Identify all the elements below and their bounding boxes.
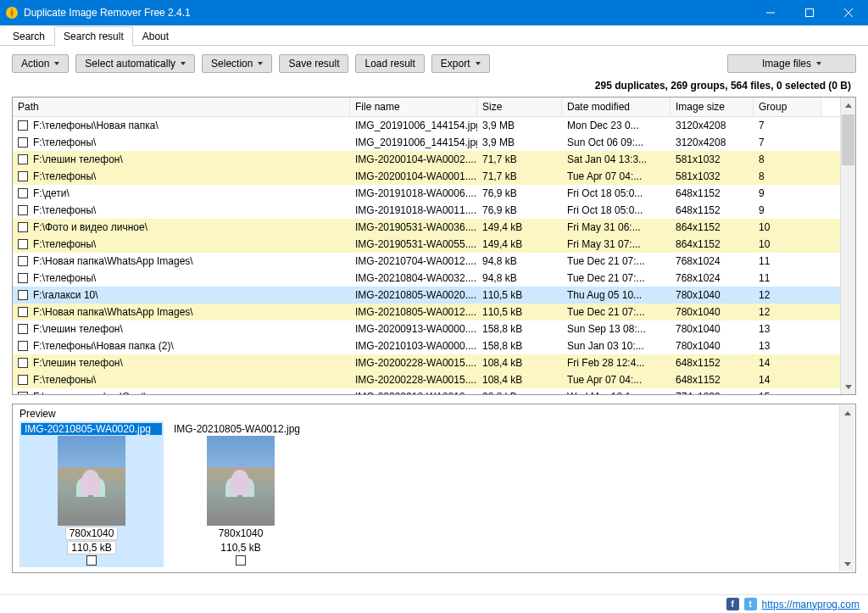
export-button[interactable]: Export xyxy=(431,54,490,73)
scroll-up-button[interactable] xyxy=(840,405,854,421)
table-row[interactable]: F:\телефоны\IMG_20191006_144154.jpg3,9 M… xyxy=(13,134,840,151)
preview-thumb[interactable]: IMG-20210805-WA0012.jpg780x1040110,5 kB xyxy=(169,421,313,567)
row-checkbox[interactable] xyxy=(18,137,28,148)
col-size[interactable]: Size xyxy=(477,98,562,116)
table-row[interactable]: F:\Фото и видео личное\IMG-20190531-WA00… xyxy=(13,219,840,236)
table-row[interactable]: F:\телефоны\IMG-20190531-WA0055....149,4… xyxy=(13,236,840,253)
cell-size: 108,4 kB xyxy=(477,356,562,370)
row-checkbox[interactable] xyxy=(18,205,28,215)
table-row[interactable]: F:\телефоны\Новая папка (2)\IMG-20210103… xyxy=(13,337,840,354)
cell-path: F:\телефоны\ xyxy=(33,204,96,216)
thumb-checkbox[interactable] xyxy=(236,555,246,566)
table-row[interactable]: F:\лешин телефон\IMG-20200913-WA0000....… xyxy=(13,320,840,337)
vertical-scrollbar[interactable] xyxy=(840,98,855,394)
row-checkbox[interactable] xyxy=(18,290,28,300)
preview-thumb[interactable]: IMG-20210805-WA0020.jpg780x1040110,5 kB xyxy=(19,421,164,567)
cell-size: 76,9 kB xyxy=(477,187,562,200)
tab-search-result[interactable]: Search result xyxy=(54,26,133,46)
row-checkbox[interactable] xyxy=(18,375,28,385)
cell-filename: IMG-20190531-WA0036.... xyxy=(350,220,477,234)
row-checkbox[interactable] xyxy=(18,273,28,283)
cell-path: F:\телефоны\ xyxy=(33,137,96,148)
cell-size: 92,8 kB xyxy=(477,390,562,394)
cell-image-size: 3120x4208 xyxy=(670,119,754,132)
col-path[interactable]: Path xyxy=(13,98,350,116)
col-image-size[interactable]: Image size xyxy=(670,98,754,116)
save-result-button[interactable]: Save result xyxy=(279,54,348,73)
scroll-down-button[interactable] xyxy=(841,379,855,394)
table-row[interactable]: F:\лешин телефон\Sent\IMG-20200318-WA001… xyxy=(13,388,840,394)
row-checkbox[interactable] xyxy=(18,358,28,368)
cell-date: Sun Jan 03 10:... xyxy=(562,339,670,353)
table-row[interactable]: F:\телефоны\IMG-20200228-WA0015....108,4… xyxy=(13,371,840,388)
table-row[interactable]: F:\телефоны\IMG-20200104-WA0001....71,7 … xyxy=(13,168,840,185)
row-checkbox[interactable] xyxy=(18,307,28,317)
image-files-button[interactable]: Image files xyxy=(727,54,856,73)
toolbar: Action Select automatically Selection Sa… xyxy=(0,46,868,80)
table-row[interactable]: F:\телефоны\IMG-20191018-WA0011....76,9 … xyxy=(13,202,840,219)
maximize-button[interactable] xyxy=(790,0,829,25)
scroll-down-button[interactable] xyxy=(840,556,854,571)
cell-size: 94,8 kB xyxy=(477,254,562,268)
thumb-checkbox[interactable] xyxy=(86,555,97,566)
website-link[interactable]: https://manyprog.com xyxy=(762,599,860,610)
col-filename[interactable]: File name xyxy=(350,98,477,116)
cell-path: F:\телефоны\Новая папка\ xyxy=(33,120,159,131)
cell-filename: IMG-20190531-WA0055.... xyxy=(350,237,477,251)
table-row[interactable]: F:\галакси 10\IMG-20210805-WA0020....110… xyxy=(13,287,840,304)
cell-group: 8 xyxy=(754,153,821,166)
cell-date: Tue Apr 07 04:... xyxy=(562,170,670,183)
table-row[interactable]: F:\телефоны\IMG-20210804-WA0032....94,8 … xyxy=(13,270,840,287)
minimize-button[interactable] xyxy=(751,0,790,25)
tab-search[interactable]: Search xyxy=(3,26,54,46)
table-row[interactable]: F:\дети\IMG-20191018-WA0006....76,9 kBFr… xyxy=(13,185,840,202)
cell-group: 7 xyxy=(754,119,821,132)
load-result-button[interactable]: Load result xyxy=(355,54,424,73)
thumb-file-size: 110,5 kB xyxy=(216,541,264,554)
thumb-file-size: 110,5 kB xyxy=(67,541,115,554)
row-checkbox[interactable] xyxy=(18,154,28,164)
row-checkbox[interactable] xyxy=(18,188,28,198)
twitter-icon[interactable]: t xyxy=(744,598,757,610)
row-checkbox[interactable] xyxy=(18,120,28,131)
cell-path: F:\телефоны\ xyxy=(33,374,96,386)
titlebar[interactable]: Duplicate Image Remover Free 2.4.1 xyxy=(0,0,868,25)
window-title: Duplicate Image Remover Free 2.4.1 xyxy=(24,7,751,19)
scroll-up-button[interactable] xyxy=(841,98,855,113)
table-row[interactable]: F:\лешин телефон\IMG-20200104-WA0002....… xyxy=(13,151,840,168)
cell-path: F:\лешин телефон\ xyxy=(33,153,123,165)
col-date[interactable]: Date modified xyxy=(562,98,670,116)
cell-image-size: 864x1152 xyxy=(670,220,754,234)
close-button[interactable] xyxy=(829,0,868,25)
selection-button[interactable]: Selection xyxy=(202,54,272,73)
row-checkbox[interactable] xyxy=(18,171,28,181)
col-group[interactable]: Group xyxy=(754,98,821,116)
cell-path: F:\галакси 10\ xyxy=(33,289,98,301)
row-checkbox[interactable] xyxy=(18,341,28,351)
cell-filename: IMG-20200104-WA0002.... xyxy=(350,153,477,166)
tab-about[interactable]: About xyxy=(133,26,178,46)
cell-size: 149,4 kB xyxy=(477,220,562,234)
cell-path: F:\телефоны\Новая папка (2)\ xyxy=(33,340,174,352)
table-row[interactable]: F:\Новая папка\WhatsApp Images\IMG-20210… xyxy=(13,253,840,270)
cell-path: F:\дети\ xyxy=(33,187,70,199)
action-button[interactable]: Action xyxy=(12,54,69,73)
row-checkbox[interactable] xyxy=(18,222,28,232)
facebook-icon[interactable]: f xyxy=(726,598,739,610)
table-row[interactable]: F:\телефоны\Новая папка\IMG_20191006_144… xyxy=(13,117,840,134)
row-checkbox[interactable] xyxy=(18,256,28,266)
cell-path: F:\лешин телефон\Sent\ xyxy=(33,391,147,394)
table-row[interactable]: F:\лешин телефон\IMG-20200228-WA0015....… xyxy=(13,354,840,371)
row-checkbox[interactable] xyxy=(18,392,28,394)
row-checkbox[interactable] xyxy=(18,324,28,334)
row-checkbox[interactable] xyxy=(18,239,28,249)
cell-image-size: 774x1032 xyxy=(670,390,754,394)
cell-image-size: 648x1152 xyxy=(670,187,754,200)
table-header: Path File name Size Date modified Image … xyxy=(13,98,840,117)
select-automatically-button[interactable]: Select automatically xyxy=(75,54,195,73)
cell-date: Tue Dec 21 07:... xyxy=(562,271,670,285)
table-row[interactable]: F:\Новая папка\WhatsApp Images\IMG-20210… xyxy=(13,304,840,320)
cell-image-size: 581x1032 xyxy=(670,153,754,166)
scroll-thumb[interactable] xyxy=(842,114,854,165)
preview-scrollbar[interactable] xyxy=(839,405,854,571)
